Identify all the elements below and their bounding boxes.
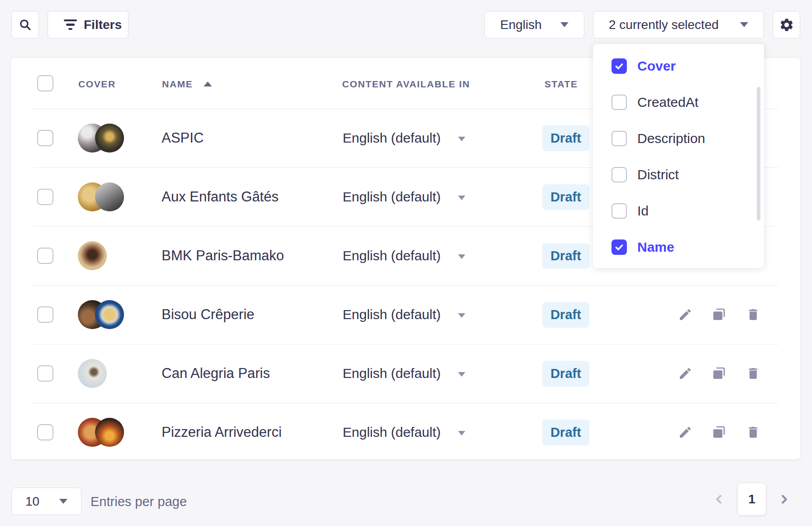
row-locale-dropdown[interactable]: English (default) (343, 307, 465, 322)
row-checkbox[interactable] (37, 189, 53, 205)
row-locale-value: English (default) (343, 307, 441, 322)
table-row: Can Alegria Paris English (default) Draf… (33, 344, 779, 403)
dropdown-item-id[interactable]: Id (593, 193, 764, 229)
row-locale-value: English (default) (343, 366, 441, 381)
sort-ascending-icon[interactable] (204, 81, 212, 86)
dropdown-item-label: CreatedAt (637, 95, 698, 110)
status-badge: Draft (542, 125, 589, 151)
chevron-down-icon (458, 196, 465, 200)
search-button[interactable] (11, 11, 39, 38)
chevron-right-icon (778, 493, 791, 506)
edit-button[interactable] (675, 305, 695, 325)
row-checkbox[interactable] (37, 248, 53, 264)
page-size-value: 10 (25, 494, 39, 509)
dropdown-scrollbar[interactable] (757, 87, 760, 220)
status-badge: Draft (542, 243, 589, 269)
row-locale-value: English (default) (343, 425, 441, 440)
settings-button[interactable] (773, 11, 800, 38)
next-page-button[interactable] (774, 489, 794, 509)
row-name: ASPIC (162, 130, 204, 146)
checkbox[interactable] (611, 131, 627, 146)
status-badge: Draft (542, 184, 589, 210)
dropdown-item-label: Name (637, 239, 674, 255)
field-selection-dropdown: Cover CreatedAt Description District Id … (593, 44, 764, 268)
row-name: Pizzeria Arrivederci (162, 424, 282, 440)
row-checkbox[interactable] (37, 130, 53, 146)
cover-avatar (78, 359, 107, 388)
previous-page-button[interactable] (709, 489, 729, 509)
row-locale-value: English (default) (343, 189, 441, 205)
gear-icon (779, 17, 794, 33)
delete-button[interactable] (743, 363, 763, 383)
filters-button-label: Filters (84, 18, 122, 32)
checkbox[interactable] (611, 239, 627, 255)
dropdown-item-cover[interactable]: Cover (593, 48, 764, 84)
row-locale-dropdown[interactable]: English (default) (343, 425, 465, 440)
row-locale-value: English (default) (343, 130, 441, 146)
edit-button[interactable] (675, 363, 695, 383)
row-checkbox[interactable] (37, 424, 53, 440)
chevron-down-icon (458, 372, 465, 377)
duplicate-button[interactable] (709, 422, 729, 442)
row-name: Bisou Crêperie (162, 306, 254, 323)
table-row: Bisou Crêperie English (default) Draft (33, 285, 779, 344)
locale-select-value: English (500, 18, 542, 32)
table-row: Pizzeria Arrivederci English (default) D… (33, 403, 779, 459)
filter-icon (63, 19, 77, 30)
row-locale-dropdown[interactable]: English (default) (343, 130, 465, 146)
cover-avatar (95, 300, 124, 329)
fields-select-value: 2 currently selected (609, 18, 719, 32)
select-all-checkbox[interactable] (37, 75, 53, 91)
row-checkbox[interactable] (37, 306, 53, 323)
dropdown-item-label: District (637, 167, 679, 182)
cover-avatar (95, 182, 124, 211)
status-badge: Draft (542, 361, 589, 387)
page-size-select[interactable]: 10 (11, 488, 81, 515)
chevron-down-icon (59, 499, 67, 504)
status-badge: Draft (542, 420, 589, 445)
locale-select[interactable]: English (484, 11, 584, 38)
dropdown-item-label: Description (637, 131, 705, 146)
filters-button[interactable]: Filters (48, 11, 129, 38)
column-header-name[interactable]: NAME (162, 79, 193, 90)
row-locale-value: English (default) (343, 248, 441, 263)
row-locale-dropdown[interactable]: English (default) (343, 366, 465, 381)
chevron-down-icon (458, 431, 465, 435)
delete-button[interactable] (743, 305, 763, 325)
row-name: Can Alegria Paris (162, 365, 270, 382)
dropdown-item-name[interactable]: Name (593, 229, 764, 265)
fields-select[interactable]: 2 currently selected (593, 11, 764, 38)
cover-avatar (78, 241, 107, 270)
column-header-content-available-in: CONTENT AVAILABLE IN (342, 79, 470, 90)
checkbox[interactable] (611, 58, 627, 74)
chevron-left-icon (712, 493, 726, 506)
column-header-cover: COVER (78, 79, 116, 90)
cover-avatar (95, 124, 124, 153)
row-locale-dropdown[interactable]: English (default) (343, 248, 465, 263)
chevron-down-icon (458, 313, 465, 318)
delete-button[interactable] (743, 422, 763, 442)
dropdown-item-label: Cover (637, 58, 676, 74)
chevron-down-icon (740, 22, 748, 27)
dropdown-item-label: Id (637, 203, 649, 219)
row-name: Aux Enfants Gâtés (162, 189, 278, 205)
checkbox[interactable] (611, 167, 627, 182)
page-1-button[interactable]: 1 (738, 483, 766, 515)
entries-per-page-label: Entries per page (91, 494, 187, 509)
column-header-state: STATE (545, 79, 578, 90)
dropdown-item-description[interactable]: Description (593, 120, 764, 157)
dropdown-item-createdat[interactable]: CreatedAt (593, 84, 764, 120)
duplicate-button[interactable] (709, 305, 729, 325)
row-checkbox[interactable] (37, 365, 53, 382)
row-locale-dropdown[interactable]: English (default) (343, 189, 465, 205)
search-icon (19, 18, 32, 32)
row-name: BMK Paris-Bamako (162, 248, 284, 264)
checkbox[interactable] (611, 203, 627, 219)
chevron-down-icon (458, 137, 465, 141)
duplicate-button[interactable] (709, 363, 729, 383)
chevron-down-icon (560, 22, 568, 27)
cover-avatar (95, 418, 124, 447)
dropdown-item-district[interactable]: District (593, 157, 764, 193)
edit-button[interactable] (675, 422, 695, 442)
checkbox[interactable] (611, 95, 627, 110)
